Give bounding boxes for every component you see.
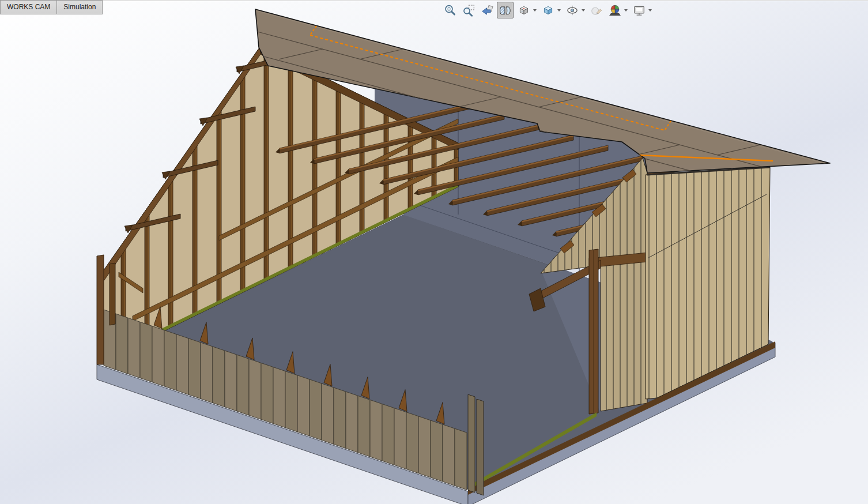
display-style-button[interactable] [539,2,556,18]
previous-view-button[interactable] [478,2,495,18]
display-style-dropdown-arrow[interactable] [557,9,561,12]
command-manager-tabs: WORKS CAM Simulation [0,0,103,14]
view-orientation-button[interactable] [515,2,532,18]
heads-up-view-toolbar [441,2,653,18]
view-settings-icon [633,4,646,17]
edit-appearance-button[interactable] [588,2,605,18]
graphics-area[interactable] [0,1,868,504]
view-settings-dropdown-arrow[interactable] [648,9,652,12]
zoom-to-area-button[interactable] [460,2,477,18]
zoom-to-area-icon [462,4,475,17]
tab-solidworks-cam[interactable]: WORKS CAM [0,0,57,14]
hide-show-items-dropdown-arrow[interactable] [582,9,585,12]
view-orientation-dropdown-arrow[interactable] [533,9,537,12]
section-view-button[interactable] [497,2,514,18]
previous-view-icon [481,4,493,17]
hide-show-items-button[interactable] [564,2,580,18]
display-style-icon [542,4,554,17]
application-window: WORKS CAM Simulation [0,0,868,504]
view-settings-button[interactable] [631,2,647,18]
tab-simulation[interactable]: Simulation [57,0,103,14]
zoom-to-fit-icon [444,4,456,17]
view-orientation-icon [518,4,530,17]
apply-scene-button[interactable] [606,2,623,18]
hide-show-items-icon [566,4,579,17]
edit-appearance-icon [590,4,603,17]
section-view-icon [499,4,512,17]
apply-scene-icon [609,4,621,17]
apply-scene-dropdown-arrow[interactable] [624,9,628,12]
zoom-to-fit-button[interactable] [441,2,458,18]
